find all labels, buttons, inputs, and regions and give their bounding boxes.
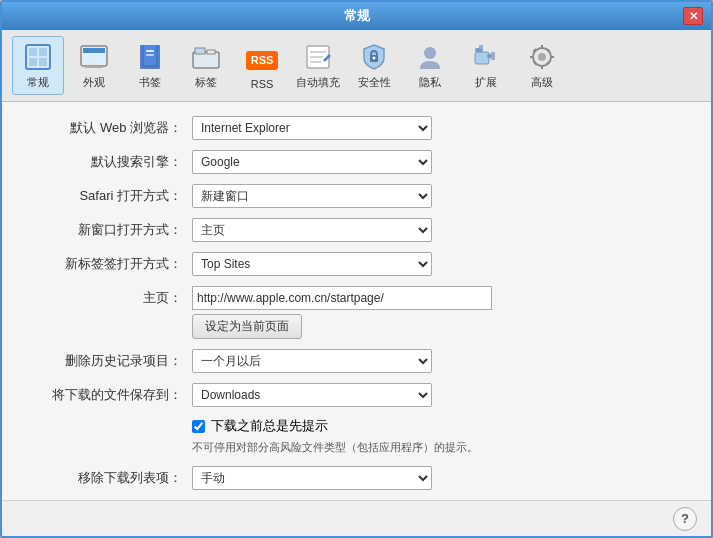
new-tab-label: 新标签签打开方式： [22, 255, 182, 273]
remove-download-select[interactable]: 手动 [192, 466, 432, 490]
toolbar-item-advanced[interactable]: 高级 [516, 36, 568, 95]
history-control: 一个月以后 [192, 349, 432, 373]
set-current-row: 设定为当前页面 [22, 314, 691, 339]
svg-rect-1 [29, 48, 37, 56]
svg-rect-32 [541, 65, 543, 69]
toolbar: 常规 外观 [2, 30, 711, 102]
security-icon [358, 41, 390, 73]
toolbar-item-rss[interactable]: RSS RSS [236, 39, 288, 95]
toolbar-label-general: 常规 [27, 75, 49, 90]
title-bar: 常规 ✕ [2, 2, 711, 30]
close-button[interactable]: ✕ [683, 7, 703, 25]
main-window: 常规 ✕ 常规 [0, 0, 713, 538]
new-window-row: 新窗口打开方式： 主页 [22, 218, 691, 242]
default-browser-label: 默认 Web 浏览器： [22, 119, 182, 137]
toolbar-item-general[interactable]: 常规 [12, 36, 64, 95]
extensions-icon [470, 41, 502, 73]
help-button[interactable]: ? [673, 507, 697, 531]
toolbar-label-privacy: 隐私 [419, 75, 441, 90]
default-search-label: 默认搜索引擎： [22, 153, 182, 171]
svg-rect-24 [475, 52, 489, 64]
svg-rect-26 [491, 52, 495, 60]
svg-point-23 [424, 47, 436, 59]
toolbar-item-privacy[interactable]: 隐私 [404, 36, 456, 95]
advanced-icon [526, 41, 558, 73]
svg-rect-4 [39, 58, 47, 66]
download-save-select[interactable]: Downloads [192, 383, 432, 407]
bookmarks-icon [134, 41, 166, 73]
new-tab-control: Top Sites [192, 252, 432, 276]
download-prompt-checkbox[interactable] [192, 420, 205, 433]
svg-rect-15 [195, 48, 205, 54]
download-note: 不可停用对部分高风险文件类型（包括应用程序）的提示。 [192, 439, 532, 456]
download-save-label: 将下载的文件保存到： [22, 386, 182, 404]
toolbar-label-rss: RSS [251, 78, 274, 90]
svg-rect-16 [207, 50, 215, 54]
remove-download-row: 移除下载列表项： 手动 [22, 466, 691, 490]
default-search-select[interactable]: Google [192, 150, 432, 174]
svg-rect-28 [479, 45, 483, 49]
default-search-control: Google [192, 150, 432, 174]
toolbar-label-security: 安全性 [358, 75, 391, 90]
toolbar-item-extensions[interactable]: 扩展 [460, 36, 512, 95]
toolbar-label-appearance: 外观 [83, 75, 105, 90]
svg-rect-12 [146, 50, 154, 52]
download-save-row: 将下载的文件保存到： Downloads [22, 383, 691, 407]
privacy-icon [414, 41, 446, 73]
window-title: 常规 [30, 7, 683, 25]
toolbar-label-advanced: 高级 [531, 75, 553, 90]
new-window-control: 主页 [192, 218, 432, 242]
appearance-icon [78, 41, 110, 73]
homepage-label: 主页： [22, 289, 182, 307]
toolbar-item-security[interactable]: 安全性 [348, 36, 400, 95]
safari-open-label: Safari 打开方式： [22, 187, 182, 205]
toolbar-label-extensions: 扩展 [475, 75, 497, 90]
svg-rect-34 [550, 56, 554, 58]
safari-open-select[interactable]: 新建窗口 [192, 184, 432, 208]
svg-rect-33 [530, 56, 534, 58]
new-window-label: 新窗口打开方式： [22, 221, 182, 239]
toolbar-item-tabs[interactable]: 标签 [180, 36, 232, 95]
general-icon [22, 41, 54, 73]
autofill-icon [302, 41, 334, 73]
new-window-select[interactable]: 主页 [192, 218, 432, 242]
toolbar-label-tabs: 标签 [195, 75, 217, 90]
toolbar-label-autofill: 自动填充 [296, 75, 340, 90]
new-tab-select[interactable]: Top Sites [192, 252, 432, 276]
svg-rect-31 [541, 45, 543, 49]
homepage-input[interactable] [192, 286, 492, 310]
svg-point-22 [373, 57, 376, 60]
svg-point-30 [538, 53, 546, 61]
default-search-row: 默认搜索引擎： Google [22, 150, 691, 174]
set-current-button[interactable]: 设定为当前页面 [192, 314, 302, 339]
rss-icon: RSS [246, 44, 278, 76]
svg-rect-2 [39, 48, 47, 56]
svg-rect-3 [29, 58, 37, 66]
download-save-control: Downloads [192, 383, 432, 407]
download-prompt-row: 下载之前总是先提示 [192, 417, 691, 435]
default-browser-row: 默认 Web 浏览器： Internet Explorer [22, 116, 691, 140]
new-tab-row: 新标签签打开方式： Top Sites [22, 252, 691, 276]
safari-open-control: 新建窗口 [192, 184, 432, 208]
content-area: 默认 Web 浏览器： Internet Explorer 默认搜索引擎： Go… [2, 102, 711, 500]
svg-rect-8 [85, 66, 103, 68]
history-label: 删除历史记录项目： [22, 352, 182, 370]
svg-rect-7 [83, 48, 105, 53]
safari-open-row: Safari 打开方式： 新建窗口 [22, 184, 691, 208]
homepage-row: 主页： [22, 286, 691, 310]
history-select[interactable]: 一个月以后 [192, 349, 432, 373]
remove-download-control: 手动 [192, 466, 432, 490]
download-prompt-label[interactable]: 下载之前总是先提示 [211, 417, 328, 435]
footer: ? [2, 500, 711, 536]
toolbar-item-autofill[interactable]: 自动填充 [292, 36, 344, 95]
toolbar-item-bookmarks[interactable]: 书签 [124, 36, 176, 95]
toolbar-label-bookmarks: 书签 [139, 75, 161, 90]
toolbar-item-appearance[interactable]: 外观 [68, 36, 120, 95]
default-browser-select[interactable]: Internet Explorer [192, 116, 432, 140]
remove-download-label: 移除下载列表项： [22, 469, 182, 487]
history-row: 删除历史记录项目： 一个月以后 [22, 349, 691, 373]
svg-rect-13 [146, 54, 154, 56]
default-browser-control: Internet Explorer [192, 116, 432, 140]
tabs-icon [190, 41, 222, 73]
